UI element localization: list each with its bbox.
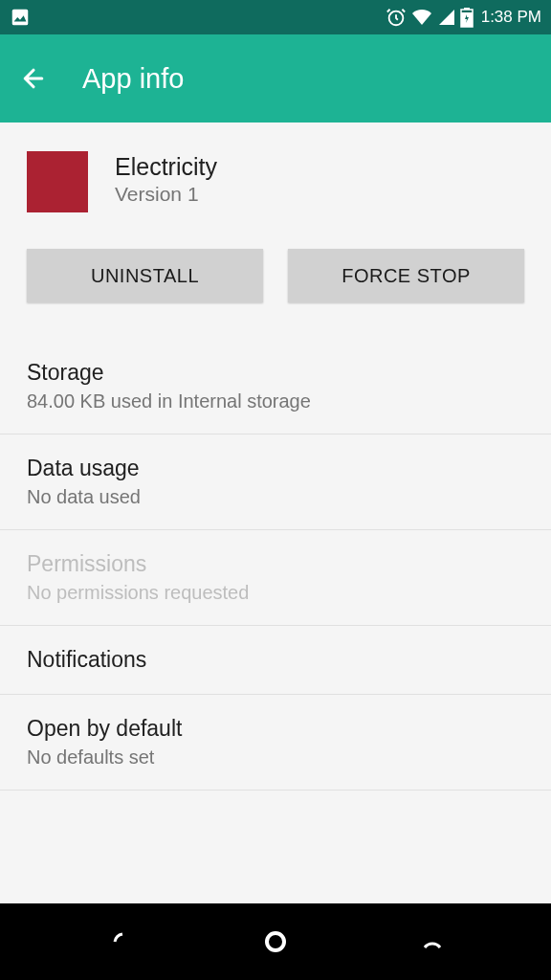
page-title: App info [82, 63, 184, 95]
data-usage-title: Data usage [27, 456, 524, 481]
open-default-item[interactable]: Open by default No defaults set [0, 695, 551, 791]
open-default-subtitle: No defaults set [27, 746, 524, 768]
storage-item[interactable]: Storage 84.00 KB used in Internal storag… [0, 339, 551, 434]
svg-point-6 [267, 933, 284, 950]
storage-subtitle: 84.00 KB used in Internal storage [27, 390, 524, 412]
battery-icon [460, 7, 474, 28]
content-area: Electricity Version 1 UNINSTALL FORCE ST… [0, 122, 551, 791]
nav-home-button[interactable] [237, 913, 314, 970]
open-default-title: Open by default [27, 716, 524, 742]
status-bar: 1:38 PM [0, 0, 551, 34]
app-version: Version 1 [115, 183, 217, 206]
uninstall-button[interactable]: UNINSTALL [27, 249, 263, 302]
svg-rect-4 [464, 8, 470, 10]
app-name: Electricity [115, 153, 217, 181]
nav-recent-button[interactable] [394, 913, 471, 970]
back-arrow-icon[interactable] [19, 64, 48, 93]
svg-rect-0 [12, 10, 29, 26]
alarm-icon [386, 7, 407, 28]
app-header: Electricity Version 1 [0, 122, 551, 230]
navigation-bar [0, 903, 551, 980]
permissions-subtitle: No permissions requested [27, 582, 524, 604]
wifi-icon [410, 8, 433, 27]
permissions-title: Permissions [27, 551, 524, 577]
picture-icon [10, 7, 31, 28]
clock-time: 1:38 PM [481, 8, 541, 27]
app-icon [27, 151, 88, 212]
signal-icon [437, 8, 456, 27]
force-stop-button[interactable]: FORCE STOP [288, 249, 524, 302]
notifications-title: Notifications [27, 647, 524, 673]
action-button-row: UNINSTALL FORCE STOP [0, 230, 551, 339]
app-bar: App info [0, 34, 551, 122]
notifications-item[interactable]: Notifications [0, 626, 551, 695]
nav-back-button[interactable] [80, 913, 157, 970]
storage-title: Storage [27, 360, 524, 386]
data-usage-subtitle: No data used [27, 486, 524, 508]
permissions-item: Permissions No permissions requested [0, 530, 551, 626]
data-usage-item[interactable]: Data usage No data used [0, 434, 551, 530]
